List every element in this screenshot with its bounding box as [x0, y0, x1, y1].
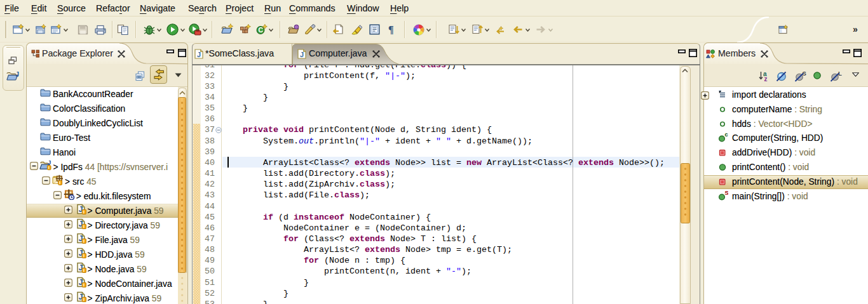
svg-text:J: J	[16, 71, 20, 78]
svg-text:z: z	[764, 76, 768, 82]
svg-text:¶: ¶	[388, 24, 394, 35]
svg-text:S: S	[725, 190, 729, 196]
svg-text:J: J	[48, 160, 51, 166]
svg-text:J: J	[300, 51, 304, 58]
svg-text:c: c	[725, 131, 728, 138]
svg-text:J: J	[197, 51, 201, 58]
svg-text:C: C	[259, 26, 264, 34]
